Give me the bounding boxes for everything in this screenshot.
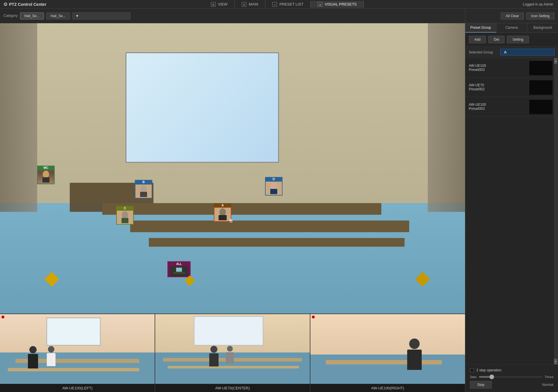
step-operation-row: 2 step operation [470,368,553,372]
main-icon: ⊟ [242,2,246,7]
preset-row-2[interactable]: AW-UE70 Preset002 [465,78,558,97]
topbar-nav: ⊞ VIEW ⊟ MAIN ≡ PRESET LIST ◈ VISUAL PRE… [50,1,518,8]
left-content: Category Hall_Se... Hall_Se... ▼ [0,9,465,392]
bottom-panel: 2 step operation 2sec Timed Stop Normal [465,364,558,392]
step-operation-checkbox[interactable] [470,368,474,372]
logo-icon: ⊙ [3,1,7,7]
slider-track[interactable] [479,376,542,378]
panel-actions: Add Del Setting [465,33,558,46]
topbar: ⊙ PTZ Control Center ⊞ VIEW ⊟ MAIN ≡ PRE… [0,0,558,9]
speaker-b-img [135,184,152,198]
step-operation-label: 2 step operation [476,368,501,372]
login-info: Logged in as Admin [518,2,558,6]
cam3-person-main [407,339,422,370]
category-bar: Category Hall_Se... Hall_Se... ▼ [0,9,465,23]
table-mid [130,221,409,232]
speaker-a-label: A [214,203,231,207]
icon-setting-button[interactable]: Icon Setting [526,12,555,19]
svg-rect-5 [121,218,128,223]
selected-group-label: Selected Group [469,50,498,54]
preset-3-name: AW-UE100 Preset003 [469,103,527,111]
scroll-down-button[interactable]: ▼ [554,359,557,364]
preset-3-thumbnail [529,99,552,114]
camera-2-view [155,314,310,384]
speaker-mc[interactable]: MC [37,166,55,184]
table-front [102,203,381,215]
tab-camera[interactable]: Camera [496,23,527,33]
svg-rect-7 [219,215,227,220]
all-preset-card[interactable]: ALL [167,261,191,277]
panel-tabs: Preset Group Camera Background [465,23,558,33]
svg-point-4 [122,211,128,219]
preset-2-name: AW-UE70 Preset002 [469,83,527,91]
rec-indicator-3 [312,316,315,318]
camera-2-label: AW-UE70(CENTER) [155,384,310,392]
all-clear-button[interactable]: All Clear [501,12,524,19]
cam2-people [209,346,234,366]
selected-group-row: Selected Group A [465,46,558,58]
preset-1-thumbnail [529,60,552,75]
category-btn-2[interactable]: Hall_Se... [46,12,70,19]
speaker-mc-img [37,170,55,184]
slider-row: 2sec Timed [470,375,553,379]
speaker-b[interactable]: B [135,180,152,198]
speaker-b-face [135,185,152,198]
scene-area[interactable]: MC B [0,23,465,314]
scrollbar: ▲ ▼ [554,58,558,364]
speaker-d[interactable]: D [265,177,282,196]
camera-feed-2[interactable]: AW-UE70(CENTER) [155,314,310,392]
nav-main[interactable]: ⊟ MAIN [235,1,266,8]
all-preview [170,266,188,276]
camera-3-view [310,314,465,384]
speaker-d-face [266,182,282,195]
speaker-d-img [265,181,282,196]
nav-visual-presets[interactable]: ◈ VISUAL PRESETS [311,1,364,8]
dropdown-arrow-icon: ▼ [76,14,79,18]
camera-3-label: AW-UE100(RIGHT) [310,384,465,392]
curtain-left [0,23,37,212]
svg-rect-15 [529,100,552,114]
setting-button[interactable]: Setting [507,36,529,43]
svg-rect-1 [42,177,49,182]
svg-rect-14 [529,80,552,95]
app-logo: ⊙ PTZ Control Center [0,1,50,7]
speaker-mc-face [38,170,54,184]
preset-row-3[interactable]: AW-UE100 Preset003 [465,97,558,117]
category-dropdown[interactable]: ▼ [72,12,130,19]
speaker-c-img [116,210,134,225]
preset-row-1[interactable]: AW-UE100 Preset003 [465,58,558,78]
svg-point-8 [271,182,277,190]
scene-background: MC B [0,23,465,314]
nav-preset-list-label: PRESET LIST [279,2,303,6]
camera-1-view [0,314,155,384]
preset-2-thumbnail [529,80,552,94]
del-button[interactable]: Del [488,36,505,43]
right-top-bar: All Clear Icon Setting [465,9,558,23]
add-button[interactable]: Add [469,36,486,43]
camera-1-label: AW-UE100(LEFT) [0,384,155,392]
svg-rect-9 [270,189,277,194]
nav-visual-presets-label: VISUAL PRESETS [325,2,357,6]
tab-background[interactable]: Background [527,23,558,33]
selected-group-value: A [500,49,555,56]
category-btn-1[interactable]: Hall_Se... [20,12,44,19]
preset-list-icon: ≡ [272,2,277,7]
stop-button[interactable]: Stop [470,381,492,389]
cam1-people [28,346,56,368]
svg-rect-13 [529,61,552,75]
camera-feed-1[interactable]: AW-UE100(LEFT) [0,314,155,392]
svg-point-6 [219,208,226,216]
table-back [149,238,405,247]
nav-preset-list[interactable]: ≡ PRESET LIST [265,1,311,8]
svg-rect-3 [140,192,147,197]
curtain-right [428,23,465,212]
tab-preset-group[interactable]: Preset Group [465,23,496,33]
camera-feed-3[interactable]: AW-UE100(RIGHT) [310,314,465,392]
scroll-up-button[interactable]: ▲ [554,58,557,64]
nav-view[interactable]: ⊞ VIEW [204,1,235,8]
speaker-c[interactable]: C [116,206,134,225]
speaker-a[interactable]: A 🖱 [214,203,231,222]
slider-thumb[interactable] [489,375,494,379]
speaker-d-label: D [265,177,282,181]
speaker-b-label: B [135,180,152,184]
